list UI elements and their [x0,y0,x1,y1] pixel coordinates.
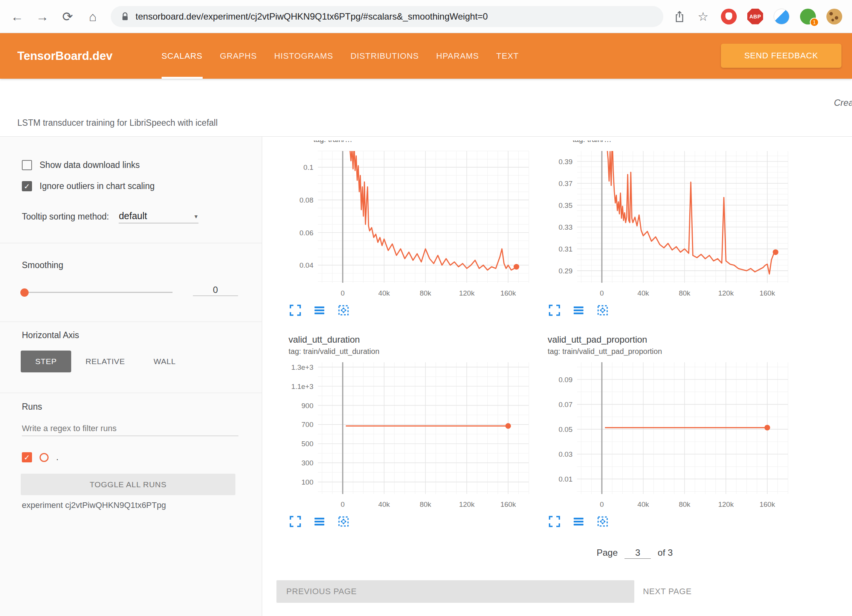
svg-text:0.37: 0.37 [559,180,573,188]
bookmark-star-icon[interactable]: ☆ [696,11,710,23]
svg-text:500: 500 [301,440,313,448]
chart-title: valid_utt_pad_proportion [548,334,789,347]
run-checkbox[interactable]: ✓ [22,452,32,462]
home-button[interactable]: ⌂ [86,10,100,23]
extension-icon-abp[interactable]: ABP [747,9,763,24]
svg-text:80k: 80k [679,289,690,297]
experiment-title: LSTM transducer training for LibriSpeech… [17,118,218,128]
chart-toolbar [289,304,530,317]
show-download-links-checkbox[interactable] [22,160,32,170]
smoothing-slider-thumb[interactable] [20,288,29,297]
chart-toolbar [289,515,530,529]
svg-text:0.35: 0.35 [559,201,573,209]
nav-tabs: SCALARS GRAPHS HISTOGRAMS DISTRIBUTIONS … [162,33,519,79]
lock-icon [121,12,129,21]
chart-tag: tag: train/valid_utt_pad_proportion [548,347,789,358]
svg-text:0.04: 0.04 [299,261,313,269]
svg-text:0.09: 0.09 [559,376,573,384]
page-number-input[interactable] [624,547,651,559]
page-of-label: of 3 [658,547,673,558]
show-download-links-label: Show data download links [40,160,140,170]
runs-filter-input[interactable] [22,421,238,436]
axis-step-button[interactable]: STEP [21,351,71,372]
svg-text:40k: 40k [637,289,649,297]
browser-toolbar: ← → ⟳ ⌂ tensorboard.dev/experiment/cj2vt… [0,0,852,33]
url-text: tensorboard.dev/experiment/cj2vtPiwQHKN9… [136,11,488,22]
smoothing-row [22,287,240,297]
extension-icon-cookie[interactable] [826,9,842,24]
experiment-subheader: Crea LSTM transducer training for LibriS… [0,79,852,137]
line-chart-top-left[interactable]: 040k80k120k160k0.040.060.080.1 [289,149,530,299]
check-icon: ✓ [24,183,30,190]
toggle-all-runs-button[interactable]: TOGGLE ALL RUNS [21,474,235,495]
log-scale-icon[interactable] [572,515,585,529]
fit-domain-icon[interactable] [337,304,350,317]
extension-icon-blue[interactable] [774,9,789,24]
fit-domain-icon[interactable] [596,304,609,317]
axis-wall-button[interactable]: WALL [139,351,190,372]
clipped-created-text: Crea [834,98,852,108]
expand-chart-icon[interactable] [289,515,302,529]
reload-button[interactable]: ⟳ [60,10,75,23]
smoothing-value-input[interactable] [193,284,238,296]
fit-domain-icon[interactable] [337,515,350,529]
tab-histograms[interactable]: HISTOGRAMS [274,33,333,79]
show-download-links-row: Show data download links [22,160,140,170]
svg-text:0.05: 0.05 [559,425,573,433]
next-page-button[interactable]: NEXT PAGE [641,580,694,603]
address-bar[interactable]: tensorboard.dev/experiment/cj2vtPiwQHKN9… [111,6,663,27]
chart-card-top-right: tag: train/… 040k80k120k160k0.290.310.33… [548,140,789,317]
line-chart-valid-utt-pad-proportion[interactable]: 040k80k120k160k0.010.030.050.070.09 [548,360,789,511]
previous-page-button[interactable]: PREVIOUS PAGE [276,580,634,603]
smoothing-slider[interactable] [22,287,173,297]
line-chart-top-right[interactable]: 040k80k120k160k0.290.310.330.350.370.39 [548,149,789,299]
app-logo: TensorBoard.dev [17,49,113,63]
tooltip-sorting-row: Tooltip sorting method: default ▼ [22,210,198,223]
svg-text:0.31: 0.31 [559,245,573,253]
expand-chart-icon[interactable] [548,304,561,317]
run-list-item: ✓ . [22,452,58,462]
cropped-chart-header: tag: train/… [573,140,789,145]
extension-icon-green[interactable]: 1 [800,9,816,24]
tab-distributions[interactable]: DISTRIBUTIONS [351,33,419,79]
send-feedback-button[interactable]: SEND FEEDBACK [721,44,841,68]
svg-text:40k: 40k [637,500,649,508]
tab-graphs[interactable]: GRAPHS [220,33,257,79]
tab-scalars[interactable]: SCALARS [162,33,203,79]
charts-main-area: tag: train/… 040k80k120k160k0.040.060.08… [262,137,852,616]
svg-text:120k: 120k [459,500,475,508]
forward-button[interactable]: → [35,10,50,23]
log-scale-icon[interactable] [313,515,326,529]
page-label: Page [597,547,618,558]
axis-relative-button[interactable]: RELATIVE [71,351,139,372]
tensorboard-header: TensorBoard.dev SCALARS GRAPHS HISTOGRAM… [0,33,852,79]
extension-icon-red-hand[interactable] [721,9,737,24]
chart-toolbar [548,515,789,529]
chart-card-top-left: tag: train/… 040k80k120k160k0.040.060.08… [289,140,530,317]
run-color-circle-icon[interactable] [40,453,49,462]
svg-text:120k: 120k [459,289,475,297]
expand-chart-icon[interactable] [289,304,302,317]
svg-text:160k: 160k [759,500,775,508]
svg-text:100: 100 [301,478,313,486]
chevron-down-icon: ▼ [194,213,199,221]
line-chart-valid-utt-duration[interactable]: 040k80k120k160k1003005007009001.1e+31.3e… [289,360,530,511]
log-scale-icon[interactable] [572,304,585,317]
cropped-chart-header: tag: train/… [313,140,530,145]
svg-text:0.01: 0.01 [559,475,573,483]
svg-text:160k: 160k [500,289,516,297]
tab-hparams[interactable]: HPARAMS [436,33,479,79]
svg-text:700: 700 [301,421,313,428]
svg-text:0.39: 0.39 [559,158,573,166]
ignore-outliers-label: Ignore outliers in chart scaling [40,181,155,191]
tooltip-sorting-label: Tooltip sorting method: [22,212,109,223]
share-icon[interactable] [674,10,685,23]
svg-text:40k: 40k [378,289,390,297]
log-scale-icon[interactable] [313,304,326,317]
ignore-outliers-checkbox[interactable]: ✓ [22,181,32,191]
back-button[interactable]: ← [10,10,24,23]
tooltip-sorting-dropdown[interactable]: default ▼ [119,210,198,223]
fit-domain-icon[interactable] [596,515,609,529]
tab-text[interactable]: TEXT [496,33,519,79]
expand-chart-icon[interactable] [548,515,561,529]
